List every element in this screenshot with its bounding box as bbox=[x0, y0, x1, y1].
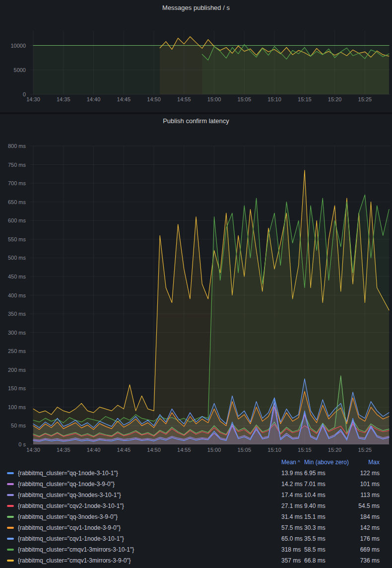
legend-series-label[interactable]: {rabbitmq_cluster="cmqv1-3mirrors-3-10-1… bbox=[18, 546, 281, 553]
x-axis-tick-label: 14:35 bbox=[57, 96, 70, 102]
x-axis-tick-label: 15:05 bbox=[238, 96, 252, 102]
messages-published-chart[interactable]: 050001000014:3014:3514:4014:4514:5014:55… bbox=[0, 15, 392, 107]
grafana-dashboard: Messages published / s 050001000014:3014… bbox=[0, 0, 392, 568]
legend-max-value: 101 ms bbox=[358, 481, 380, 488]
legend-mean-value: 65.0 ms bbox=[281, 535, 304, 542]
legend-mean-value: 357 ms bbox=[281, 557, 304, 564]
x-axis-tick-label: 15:00 bbox=[207, 447, 221, 453]
legend-series-label[interactable]: {rabbitmq_cluster="qq-3nodes-3-10-1"} bbox=[18, 492, 281, 498]
legend-series-label[interactable]: {rabbitmq_cluster="cqv1-1node-3-9-0"} bbox=[18, 524, 281, 531]
series-color-swatch bbox=[7, 527, 14, 529]
legend-mean-value: 14.2 ms bbox=[281, 481, 304, 488]
x-axis-tick-label: 14:30 bbox=[26, 96, 40, 102]
y-axis-tick-label: 700 ms bbox=[8, 180, 26, 186]
y-axis-tick-label: 50 ms bbox=[11, 423, 26, 428]
legend-mean-value: 31.4 ms bbox=[281, 513, 304, 520]
x-axis-tick-label: 14:55 bbox=[177, 96, 191, 102]
legend-row[interactable]: {rabbitmq_cluster="qq-1node-3-10-1"}13.9… bbox=[0, 468, 392, 479]
x-axis-tick-label: 14:45 bbox=[117, 447, 131, 453]
y-axis-tick-label: 600 ms bbox=[8, 217, 26, 223]
x-axis-tick-label: 15:15 bbox=[298, 96, 312, 102]
legend-series-label[interactable]: {rabbitmq_cluster="qq-1node-3-9-0"} bbox=[18, 481, 281, 488]
series-color-swatch bbox=[7, 549, 14, 551]
panel-title-messages-published[interactable]: Messages published / s bbox=[0, 4, 392, 11]
y-axis-tick-label: 650 ms bbox=[8, 199, 26, 205]
y-axis-tick-label: 200 ms bbox=[8, 367, 26, 373]
panel-messages-published: Messages published / s 050001000014:3014… bbox=[0, 0, 392, 112]
y-axis-tick-label: 300 ms bbox=[8, 330, 26, 336]
x-axis-tick-label: 14:40 bbox=[87, 447, 101, 453]
legend-table: Mean^Min (above zero)Max{rabbitmq_cluste… bbox=[0, 457, 392, 568]
legend-max-value: 54.5 ms bbox=[358, 502, 380, 509]
y-axis-tick-label: 5000 bbox=[14, 67, 26, 73]
legend-row[interactable]: {rabbitmq_cluster="cqv1-1node-3-9-0"}57.… bbox=[0, 522, 392, 533]
y-axis-tick-label: 800 ms bbox=[8, 143, 26, 149]
x-axis-tick-label: 15:25 bbox=[358, 447, 372, 453]
legend-max-value: 142 ms bbox=[358, 524, 380, 531]
y-axis-tick-label: 250 ms bbox=[8, 348, 26, 354]
publish-confirm-latency-chart[interactable]: 0 s50 ms100 ms150 ms200 ms250 ms300 ms35… bbox=[0, 138, 392, 457]
x-axis-tick-label: 15:10 bbox=[267, 96, 281, 102]
legend-column-header-mean[interactable]: Mean^ bbox=[281, 459, 304, 466]
legend-row[interactable]: {rabbitmq_cluster="cmqv1-3mirrors-3-10-1… bbox=[0, 544, 392, 555]
legend-series-label[interactable]: {rabbitmq_cluster="cqv1-1node-3-10-1"} bbox=[18, 535, 281, 542]
panel-publish-confirm-latency: Publish confirm latency 0 s50 ms100 ms15… bbox=[0, 114, 392, 568]
x-axis-tick-label: 14:50 bbox=[147, 447, 161, 453]
legend-series-label[interactable]: {rabbitmq_cluster="cmqv1-3mirrors-3-9-0"… bbox=[18, 557, 281, 564]
legend-max-value: 184 ms bbox=[358, 513, 380, 520]
legend-min-value: 30.3 ms bbox=[304, 524, 358, 531]
legend-mean-value: 318 ms bbox=[281, 546, 304, 553]
legend-min-value: 35.5 ms bbox=[304, 535, 358, 542]
series-color-swatch bbox=[7, 560, 14, 562]
series-color-swatch bbox=[7, 472, 14, 474]
y-axis-tick-label: 400 ms bbox=[8, 292, 26, 298]
legend-series-label[interactable]: {rabbitmq_cluster="qq-3nodes-3-9-0"} bbox=[18, 513, 281, 520]
legend-max-value: 113 ms bbox=[358, 492, 380, 498]
legend-mean-value: 27.1 ms bbox=[281, 502, 304, 509]
legend-row[interactable]: {rabbitmq_cluster="cqv2-1node-3-10-1"}27… bbox=[0, 500, 392, 511]
legend-row[interactable]: {rabbitmq_cluster="cqv1-1node-3-10-1"}65… bbox=[0, 533, 392, 544]
legend-max-value: 736 ms bbox=[358, 557, 380, 564]
x-axis-tick-label: 14:35 bbox=[57, 447, 70, 453]
legend-series-label[interactable]: {rabbitmq_cluster="qq-1node-3-10-1"} bbox=[18, 470, 281, 477]
series-color-swatch bbox=[7, 505, 14, 507]
x-axis-tick-label: 14:30 bbox=[26, 447, 40, 453]
x-axis-tick-label: 15:00 bbox=[207, 96, 221, 102]
legend-mean-value: 13.9 ms bbox=[281, 470, 304, 477]
legend-row[interactable]: {rabbitmq_cluster="qq-3nodes-3-10-1"}17.… bbox=[0, 490, 392, 500]
x-axis-tick-label: 14:45 bbox=[117, 96, 131, 102]
y-axis-tick-label: 150 ms bbox=[8, 385, 26, 391]
legend-row[interactable]: {rabbitmq_cluster="qq-3nodes-3-9-0"}31.4… bbox=[0, 511, 392, 522]
legend-column-header-min[interactable]: Min (above zero) bbox=[304, 459, 358, 466]
y-axis-tick-label: 100 ms bbox=[8, 404, 26, 410]
series-color-swatch bbox=[7, 516, 14, 518]
y-axis-tick-label: 450 ms bbox=[8, 274, 26, 280]
legend-header-row: Mean^Min (above zero)Max bbox=[0, 457, 392, 468]
legend-min-value: 9.40 ms bbox=[304, 502, 358, 509]
y-axis-tick-label: 350 ms bbox=[8, 311, 26, 317]
y-axis-tick-label: 500 ms bbox=[8, 255, 26, 261]
x-axis-tick-label: 14:55 bbox=[177, 447, 191, 453]
legend-mean-value: 17.4 ms bbox=[281, 492, 304, 498]
x-axis-tick-label: 15:25 bbox=[358, 96, 372, 102]
legend-min-value: 7.01 ms bbox=[304, 481, 358, 488]
legend-row[interactable]: {rabbitmq_cluster="qq-1node-3-9-0"}14.2 … bbox=[0, 479, 392, 490]
series-color-swatch bbox=[7, 538, 14, 540]
series-color-swatch bbox=[7, 494, 14, 496]
legend-min-value: 6.95 ms bbox=[304, 470, 358, 477]
x-axis-tick-label: 14:40 bbox=[87, 96, 101, 102]
x-axis-tick-label: 15:05 bbox=[238, 447, 252, 453]
y-axis-tick-label: 750 ms bbox=[8, 162, 26, 168]
x-axis-tick-label: 15:20 bbox=[328, 447, 342, 453]
y-axis-tick-label: 10000 bbox=[10, 43, 26, 49]
legend-column-header-max[interactable]: Max bbox=[358, 459, 380, 466]
legend-min-value: 10.4 ms bbox=[304, 492, 358, 498]
x-axis-tick-label: 14:50 bbox=[147, 96, 161, 102]
legend-max-value: 176 ms bbox=[358, 535, 380, 542]
panel-title-publish-confirm-latency[interactable]: Publish confirm latency bbox=[0, 117, 392, 125]
series-color-swatch bbox=[7, 483, 14, 485]
legend-max-value: 122 ms bbox=[358, 470, 380, 477]
legend-row[interactable]: {rabbitmq_cluster="cmqv1-3mirrors-3-9-0"… bbox=[0, 555, 392, 566]
legend-min-value: 66.8 ms bbox=[304, 557, 358, 564]
legend-series-label[interactable]: {rabbitmq_cluster="cqv2-1node-3-10-1"} bbox=[18, 502, 281, 509]
